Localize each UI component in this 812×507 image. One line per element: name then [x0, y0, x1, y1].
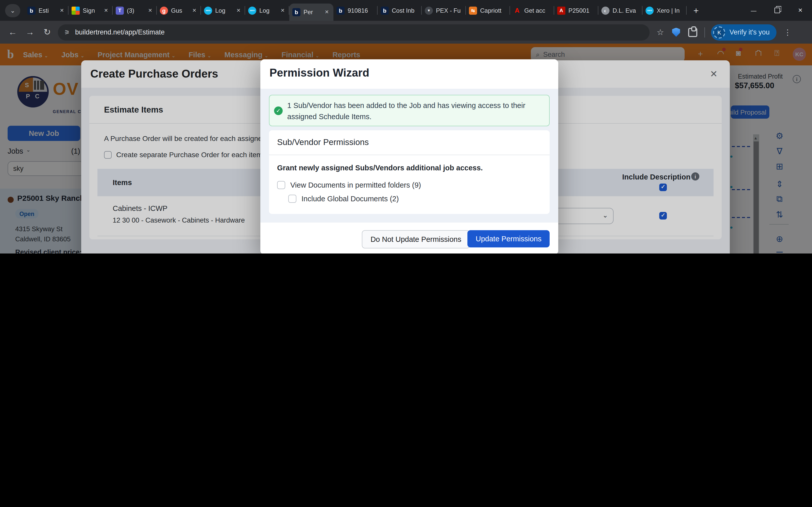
tab-title: Sign — [83, 7, 103, 14]
tab-close-icon[interactable] — [147, 7, 154, 14]
tab-close-icon[interactable] — [279, 7, 286, 14]
tab-close-icon[interactable] — [323, 9, 331, 16]
pdf-favicon — [557, 6, 565, 14]
global-documents-checkbox[interactable] — [288, 195, 296, 203]
tab-adobe[interactable]: Get acc — [510, 0, 554, 21]
update-permissions-button[interactable]: Update Permissions — [468, 230, 550, 247]
tab-title: PEX - Fu — [436, 7, 463, 14]
pw-title: Permission Wizard — [269, 66, 369, 79]
tab-xero-login-1[interactable]: Log — [201, 0, 245, 21]
tab-gusto[interactable]: Gus — [157, 0, 201, 21]
tab-title: Cost Inb — [392, 7, 419, 14]
restore-button[interactable] — [765, 0, 789, 21]
tab-title: Capriott — [480, 7, 507, 14]
buildertrend-favicon — [380, 6, 389, 14]
success-alert: ✓ 1 Sub/Vendor has been added to the Job… — [269, 95, 550, 126]
gusto-favicon — [160, 6, 168, 14]
tab-title: Xero | In — [657, 7, 683, 14]
tab-teams[interactable]: (3) — [113, 0, 157, 21]
view-documents-checkbox[interactable] — [277, 181, 285, 189]
buildertrend-favicon — [292, 8, 300, 16]
adblock-shield-icon[interactable] — [672, 27, 680, 37]
tab-title: Get acc — [524, 7, 551, 14]
global-documents-checkbox-row[interactable]: Include Global Documents (2) — [288, 195, 399, 203]
screen: ⌄ Esti Sign (3) Gus Log Log Per 910816 C… — [0, 0, 812, 253]
xero-favicon — [204, 6, 212, 14]
tab-xero-login-2[interactable]: Log — [245, 0, 289, 21]
reload-button[interactable]: ↻ — [39, 27, 56, 38]
pw-header: Permission Wizard — [260, 59, 558, 89]
card-divider — [269, 155, 550, 155]
tab-pdf[interactable]: P25001 — [554, 0, 598, 21]
do-not-update-permissions-button[interactable]: Do Not Update Permissions — [362, 230, 470, 248]
grant-access-text: Grant newly assigned Subs/Vendors additi… — [277, 164, 483, 172]
browser-menu-icon[interactable]: ⋮ — [784, 27, 792, 37]
tab-title: Gus — [171, 7, 191, 14]
toolbar-divider — [705, 27, 705, 37]
microsoft-favicon — [71, 6, 80, 14]
xero-favicon — [248, 6, 256, 14]
pex-favicon — [425, 6, 433, 14]
tab-title: P25001 — [568, 7, 595, 14]
tab-close-icon[interactable] — [235, 7, 242, 14]
tab-title: Esti — [39, 7, 58, 14]
tab-search-button[interactable]: ⌄ — [5, 4, 20, 17]
success-check-icon: ✓ — [274, 107, 283, 115]
site-info-icon[interactable]: ⚞ — [60, 25, 74, 39]
global-documents-label: Include Global Documents (2) — [301, 195, 399, 203]
page-viewport: b Sales⌄ Jobs⌄ Project Management⌄ Files… — [0, 44, 812, 253]
minimize-button[interactable]: — — [742, 0, 765, 21]
tab-910816[interactable]: 910816 — [334, 0, 377, 21]
view-documents-label: View Documents in permitted folders (9) — [290, 181, 421, 189]
browser-toolbar: ← → ↻ ⚞ buildertrend.net/app/Estimate ☆ … — [0, 21, 812, 44]
tab-pex[interactable]: PEX - Fu — [422, 0, 466, 21]
verify-label: Verify it's you — [729, 29, 770, 36]
tabs: Esti Sign (3) Gus Log Log Per 910816 Cos… — [24, 0, 687, 21]
extensions-icon[interactable] — [689, 27, 698, 37]
forward-button[interactable]: → — [21, 27, 39, 37]
tab-permission-wizard-active[interactable]: Per — [289, 4, 334, 21]
verify-profile-button[interactable]: K Verify it's you — [711, 24, 777, 40]
buildertrend-favicon — [28, 6, 36, 14]
tab-close-icon[interactable] — [58, 7, 65, 14]
globe-favicon — [601, 6, 610, 14]
tab-title: D.L. Eva — [613, 7, 640, 14]
tab-xero-inbox[interactable]: Xero | In — [643, 0, 687, 21]
xero-favicon — [646, 6, 654, 14]
tab-title: (3) — [127, 7, 147, 14]
tab-title: Log — [215, 7, 235, 14]
bookmark-star-icon[interactable]: ☆ — [657, 27, 664, 37]
browser-tab-bar: ⌄ Esti Sign (3) Gus Log Log Per 910816 C… — [0, 0, 812, 21]
tab-cost-inbox[interactable]: Cost Inb — [377, 0, 422, 21]
subvendor-permissions-heading: Sub/Vendor Permissions — [277, 137, 369, 147]
address-bar[interactable]: ⚞ buildertrend.net/app/Estimate — [58, 24, 650, 40]
tab-close-icon[interactable] — [103, 7, 110, 14]
tab-capriotti[interactable]: Capriott — [466, 0, 510, 21]
capriotti-favicon — [469, 6, 477, 14]
url-text: buildertrend.net/app/Estimate — [75, 29, 165, 36]
buildertrend-favicon — [337, 6, 345, 14]
profile-avatar: K — [713, 26, 725, 38]
back-button[interactable]: ← — [4, 27, 21, 37]
tab-estimate[interactable]: Esti — [24, 0, 68, 21]
teams-favicon — [116, 6, 124, 14]
subvendor-permissions-card: Sub/Vendor Permissions Grant newly assig… — [269, 130, 550, 214]
new-tab-button[interactable]: ＋ — [692, 5, 700, 16]
view-documents-checkbox-row[interactable]: View Documents in permitted folders (9) — [277, 181, 421, 189]
window-controls: — ✕ — [742, 0, 812, 21]
pw-footer: Do Not Update Permissions Update Permiss… — [260, 223, 558, 253]
tab-sign[interactable]: Sign — [68, 0, 113, 21]
close-window-button[interactable]: ✕ — [789, 0, 812, 21]
tab-title: Per — [303, 9, 323, 16]
permission-wizard-dialog: Permission Wizard ✓ 1 Sub/Vendor has bee… — [260, 59, 558, 253]
tab-title: Log — [259, 7, 279, 14]
tab-close-icon[interactable] — [191, 7, 198, 14]
tab-dl-evans[interactable]: D.L. Eva — [598, 0, 643, 21]
pw-body: ✓ 1 Sub/Vendor has been added to the Job… — [260, 89, 558, 223]
tab-title: 910816 — [348, 7, 374, 14]
success-text: 1 Sub/Vendor has been added to the Job a… — [287, 100, 541, 122]
adobe-favicon — [513, 6, 521, 14]
